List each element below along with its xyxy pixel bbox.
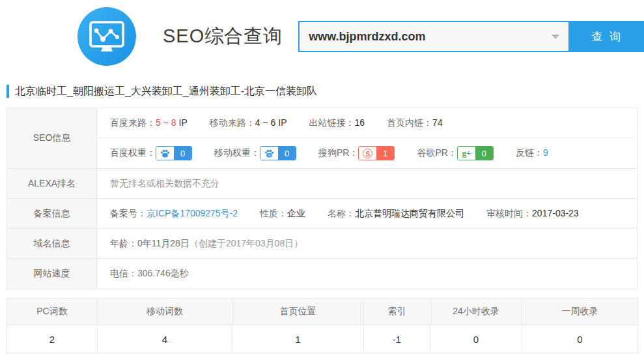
col-mobile-keywords: 移动词数 <box>98 299 232 325</box>
domain-row: 域名信息 年龄： 0年11月28日 （创建于2017年03月08日） <box>7 229 637 259</box>
icp-nature-value: 企业 <box>287 208 305 218</box>
google-pr-badge[interactable]: g+ 0 <box>457 146 494 160</box>
col-homepage-position: 首页位置 <box>232 299 364 325</box>
weights-subrow: 百度权重： 0 移动权重： <box>97 138 637 168</box>
google-pr-value: 0 <box>475 147 493 160</box>
mobile-weight-group: 移动权重： m 0 <box>214 146 296 160</box>
icp-row: 备案信息 备案号：京ICP备17009275号-2 性质：企业 名称：北京普明瑞… <box>7 199 637 229</box>
domain-age-label: 年龄： <box>110 238 137 250</box>
baidu-weight-value: 0 <box>174 147 191 160</box>
baidu-weight-badge[interactable]: 0 <box>156 146 192 160</box>
col-index: 索引 <box>364 299 430 325</box>
mobile-weight-badge[interactable]: m 0 <box>260 146 296 160</box>
sogou-icon: S <box>359 147 376 160</box>
baidu-traffic-value[interactable]: 5 ~ 8 <box>156 117 176 128</box>
baidu-weight-group: 百度权重： 0 <box>110 146 192 160</box>
alexa-message: 暂无排名或相关数据不充分 <box>110 178 219 190</box>
outbound-links-stat: 出站链接：16 <box>309 117 365 129</box>
sogou-pr-badge[interactable]: S 1 <box>358 146 395 160</box>
mobile-traffic-value: 4 ~ 6 <box>255 117 276 128</box>
index-value: -1 <box>364 325 430 353</box>
google-plus-icon: g+ <box>458 147 475 160</box>
result-site-title: 北京临时工_朝阳搬运工_大兴装卸工_通州装卸工-北京一信装卸队 <box>15 85 317 98</box>
homepage-inlinks-stat: 首页内链：74 <box>387 117 443 129</box>
row-label-speed: 网站速度 <box>7 259 97 289</box>
app-title: SEO综合查询 <box>163 23 283 50</box>
google-pr-group: 谷歌PR： g+ 0 <box>417 146 493 160</box>
row-label-alexa: ALEXA排名 <box>7 169 97 198</box>
mobile-keywords-value: 4 <box>98 325 232 353</box>
header: SEO综合查询 查 询 <box>0 0 644 73</box>
analytics-monitor-chart-icon <box>77 7 137 66</box>
domain-created-note: （创建于2017年03月08日） <box>189 238 303 250</box>
sogou-pr-value: 1 <box>376 147 394 160</box>
week-collection-value: 0 <box>522 325 638 353</box>
backlink-value[interactable]: 9 <box>543 147 548 158</box>
outbound-links-value: 16 <box>355 117 365 128</box>
speed-carrier-label: 电信： <box>110 268 137 280</box>
icp-company-stat: 名称：北京普明瑞达商贸有限公司 <box>328 208 464 220</box>
result-title-row: 北京临时工_朝阳搬运工_大兴装卸工_通州装卸工-北京一信装卸队 <box>7 83 644 99</box>
icp-nature-stat: 性质：企业 <box>260 208 305 220</box>
search-input[interactable] <box>298 21 570 52</box>
chevron-down-icon[interactable] <box>552 35 559 39</box>
domain-age-value: 0年11月28日 <box>137 238 189 250</box>
title-marker-bar <box>7 85 9 98</box>
homepage-position-value: 1 <box>232 325 364 353</box>
search-combobox: 查 询 <box>298 21 644 52</box>
alexa-row: ALEXA排名 暂无排名或相关数据不充分 <box>7 169 637 199</box>
keywords-stats-table: PC词数 移动词数 首页位置 索引 24小时收录 一周收录 2 4 1 -1 0… <box>7 298 638 353</box>
speed-value: 306.746毫秒 <box>137 268 189 280</box>
baidu-paw-icon <box>156 147 174 160</box>
icp-company-value: 北京普明瑞达商贸有限公司 <box>355 208 464 218</box>
col-pc-keywords: PC词数 <box>7 299 98 325</box>
baidu-traffic-stat: 百度来路：5 ~ 8IP <box>110 117 188 129</box>
pc-keywords-value: 2 <box>7 325 98 353</box>
traffic-subrow: 百度来路：5 ~ 8IP 移动来路：4 ~ 6IP 出站链接：16 首页内链：7… <box>97 108 637 138</box>
keywords-values-row: 2 4 1 -1 0 0 <box>7 325 638 353</box>
col-week-collection: 一周收录 <box>522 299 638 325</box>
24h-collection-value: 0 <box>430 325 522 353</box>
mobile-paw-icon: m <box>260 147 278 160</box>
mobile-traffic-stat: 移动来路：4 ~ 6IP <box>210 117 287 129</box>
homepage-inlinks-value: 74 <box>432 117 443 128</box>
col-24h-collection: 24小时收录 <box>430 299 522 325</box>
row-label-icp: 备案信息 <box>7 199 97 228</box>
keywords-header-row: PC词数 移动词数 首页位置 索引 24小时收录 一周收录 <box>7 299 638 325</box>
svg-text:m: m <box>268 153 270 157</box>
seo-info-table: SEO信息 百度来路：5 ~ 8IP 移动来路：4 ~ 6IP 出站链接：16 … <box>7 108 637 289</box>
icp-number-link[interactable]: 京ICP备17009275号-2 <box>147 208 238 218</box>
backlink-stat: 反链：9 <box>516 147 548 159</box>
mobile-weight-value: 0 <box>278 147 296 160</box>
search-button[interactable]: 查 询 <box>570 21 644 52</box>
sogou-pr-group: 搜狗PR： S 1 <box>318 146 395 160</box>
icp-audit-date-value: 2017-03-23 <box>532 208 579 218</box>
speed-row: 网站速度 电信：306.746毫秒 <box>7 259 637 289</box>
seo-info-row: SEO信息 百度来路：5 ~ 8IP 移动来路：4 ~ 6IP 出站链接：16 … <box>7 108 637 169</box>
row-label-domain: 域名信息 <box>7 229 97 258</box>
row-label-seo-info: SEO信息 <box>7 108 97 168</box>
icp-audit-date-stat: 审核时间：2017-03-23 <box>486 208 579 220</box>
icp-number-stat: 备案号：京ICP备17009275号-2 <box>110 208 238 220</box>
